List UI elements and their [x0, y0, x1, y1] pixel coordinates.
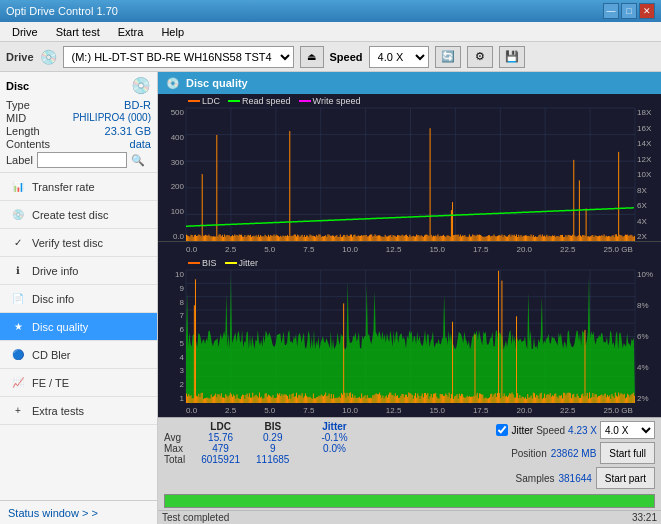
current-speed-val: 4.23 X [568, 425, 597, 436]
disc-mid-row: MID PHILIPRO4 (000) [6, 112, 151, 124]
jitter-row: Jitter Speed 4.23 X 4.0 X [496, 421, 655, 439]
speed-select[interactable]: 4.0 X [369, 46, 429, 68]
disc-info-icon: 📄 [10, 291, 26, 307]
verify-test-disc-label: Verify test disc [32, 237, 103, 249]
start-part-button[interactable]: Start part [596, 467, 655, 489]
disc-type-val: BD-R [124, 99, 151, 111]
stats-max-jitter: 0.0% [313, 443, 355, 454]
sidebar-item-verify-test-disc[interactable]: ✓ Verify test disc [0, 229, 157, 257]
fe-te-label: FE / TE [32, 377, 69, 389]
stats-table: LDC BIS Jitter Avg 15.76 0.29 [164, 421, 490, 489]
stats-total-row: Total 6015921 111685 [164, 454, 356, 465]
stats-header-blank [164, 421, 193, 432]
sidebar-item-cd-bler[interactable]: 🔵 CD Bler [0, 341, 157, 369]
titlebar-controls: — □ ✕ [603, 3, 655, 19]
time-text: 33:21 [632, 512, 657, 523]
sidebar-item-fe-te[interactable]: 📈 FE / TE [0, 369, 157, 397]
status-text: Test completed [162, 512, 229, 523]
disc-type-key: Type [6, 99, 30, 111]
stats-avg-jitter: -0.1% [313, 432, 355, 443]
stats-avg-label: Avg [164, 432, 193, 443]
jitter-checkbox-label: Jitter [511, 425, 533, 436]
stats-header-jitter: Jitter [313, 421, 355, 432]
eject-button[interactable]: ⏏ [300, 46, 324, 68]
legend-jitter-label: Jitter [239, 258, 259, 268]
sidebar-item-extra-tests[interactable]: + Extra tests [0, 397, 157, 425]
progress-bar-outer [164, 494, 655, 508]
disc-type-row: Type BD-R [6, 99, 151, 111]
bottom-chart-legend: BIS Jitter [188, 258, 258, 268]
stats-header-bis: BIS [248, 421, 297, 432]
close-button[interactable]: ✕ [639, 3, 655, 19]
sidebar-item-create-test-disc[interactable]: 💿 Create test disc [0, 201, 157, 229]
top-chart-y-right: 18X 16X 14X 12X 10X 8X 6X 4X 2X [635, 108, 661, 241]
jitter-checkbox[interactable] [496, 424, 508, 436]
titlebar-title: Opti Drive Control 1.70 [6, 5, 118, 17]
stats-header-ldc: LDC [193, 421, 248, 432]
menu-start-test[interactable]: Start test [48, 24, 108, 40]
maximize-button[interactable]: □ [621, 3, 637, 19]
sidebar-item-transfer-rate[interactable]: 📊 Transfer rate [0, 173, 157, 201]
top-chart-legend: LDC Read speed Write speed [188, 96, 360, 106]
stats-total-ldc: 6015921 [193, 454, 248, 465]
menu-drive[interactable]: Drive [4, 24, 46, 40]
progress-bar-inner [165, 495, 654, 507]
settings-button[interactable]: ⚙ [467, 46, 493, 68]
legend-write-speed: Write speed [299, 96, 361, 106]
disc-mid-val: PHILIPRO4 (000) [73, 112, 151, 124]
legend-bis: BIS [188, 258, 217, 268]
sidebar-item-disc-quality[interactable]: ★ Disc quality [0, 313, 157, 341]
speed-dropdown[interactable]: 4.0 X [600, 421, 655, 439]
bottom-chart-y-left: 10 9 8 7 6 5 4 3 2 1 [158, 270, 186, 403]
extra-tests-icon: + [10, 403, 26, 419]
top-chart: LDC Read speed Write speed 500 400 [158, 94, 661, 242]
transfer-rate-icon: 📊 [10, 179, 26, 195]
menu-extra[interactable]: Extra [110, 24, 152, 40]
drive-select[interactable]: (M:) HL-DT-ST BD-RE WH16NS58 TST4 [63, 46, 294, 68]
disc-info-label: Disc info [32, 293, 74, 305]
stats-max-label: Max [164, 443, 193, 454]
legend-ldc-label: LDC [202, 96, 220, 106]
disc-label-input[interactable] [37, 152, 127, 168]
create-test-disc-label: Create test disc [32, 209, 108, 221]
stats-avg-bis: 0.29 [248, 432, 297, 443]
bottom-chart-x-axis: 0.0 2.5 5.0 7.5 10.0 12.5 15.0 17.5 20.0… [158, 403, 661, 417]
transfer-rate-label: Transfer rate [32, 181, 95, 193]
stats-total-bis: 111685 [248, 454, 297, 465]
start-full-button[interactable]: Start full [600, 442, 655, 464]
drive-info-label: Drive info [32, 265, 78, 277]
minimize-button[interactable]: — [603, 3, 619, 19]
top-chart-canvas [158, 94, 661, 241]
disc-contents-row: Contents data [6, 138, 151, 150]
top-chart-x-axis: 0.0 2.5 5.0 7.5 10.0 12.5 15.0 17.5 20.0… [158, 242, 661, 256]
position-val: 23862 MB [551, 448, 597, 459]
stats-area: LDC BIS Jitter Avg 15.76 0.29 [158, 417, 661, 524]
disc-contents-key: Contents [6, 138, 50, 150]
sidebar-item-drive-info[interactable]: ℹ Drive info [0, 257, 157, 285]
drive-info-icon: ℹ [10, 263, 26, 279]
label-edit-icon[interactable]: 🔍 [131, 154, 145, 167]
disc-section-label: Disc [6, 80, 29, 92]
charts-container: LDC Read speed Write speed 500 400 [158, 94, 661, 417]
samples-row: Samples 381644 Start part [516, 467, 655, 489]
disc-quality-icon: ★ [10, 319, 26, 335]
save-button[interactable]: 💾 [499, 46, 525, 68]
status-window-button[interactable]: Status window > > [0, 500, 157, 524]
sidebar-item-disc-info[interactable]: 📄 Disc info [0, 285, 157, 313]
stats-total-label: Total [164, 454, 193, 465]
legend-read-speed-label: Read speed [242, 96, 291, 106]
speed-label: Speed [330, 51, 363, 63]
bottom-chart-y-right: 10% 8% 6% 4% 2% [635, 270, 661, 403]
fe-te-icon: 📈 [10, 375, 26, 391]
stats-max-row: Max 479 9 0.0% [164, 443, 356, 454]
refresh-button[interactable]: 🔄 [435, 46, 461, 68]
stats-avg-ldc: 15.76 [193, 432, 248, 443]
legend-bis-label: BIS [202, 258, 217, 268]
menu-help[interactable]: Help [153, 24, 192, 40]
content-area: 💿 Disc quality LDC Read speed [158, 72, 661, 524]
disc-length-key: Length [6, 125, 40, 137]
top-chart-y-left: 500 400 300 200 100 0.0 [158, 108, 186, 241]
stats-max-ldc: 479 [193, 443, 248, 454]
bottom-status-row: Test completed 33:21 [158, 510, 661, 524]
panel-header-icon: 💿 [166, 77, 180, 90]
